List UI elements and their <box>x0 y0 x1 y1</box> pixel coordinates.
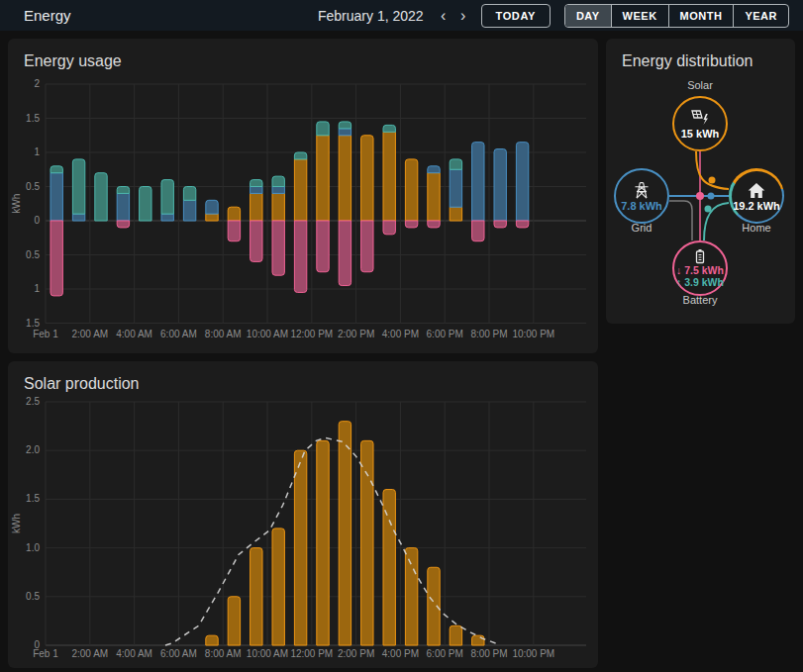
bar-segment <box>428 221 440 228</box>
bar-segment <box>206 200 218 214</box>
header-controls: February 1, 2022 ‹ › TODAY DAY WEEK MONT… <box>318 4 793 28</box>
bar-segment <box>294 159 306 221</box>
battery-in-value: 7.5 kWh <box>684 264 724 276</box>
svg-text:2:00 PM: 2:00 PM <box>338 329 374 339</box>
bar-segment <box>50 173 62 221</box>
flow-line-grid-battery <box>669 201 692 240</box>
bar-segment <box>161 214 173 221</box>
bar-segment <box>383 125 395 132</box>
bar-segment <box>472 143 484 221</box>
bar-segment <box>383 490 395 645</box>
next-date-button[interactable]: › <box>453 5 473 27</box>
svg-text:12:00 PM: 12:00 PM <box>290 648 333 659</box>
today-button[interactable]: TODAY <box>481 4 551 28</box>
energy-distribution-diagram: Solar 15 kWh Grid 7.8 kWh Home <box>606 39 795 324</box>
bar-segment <box>161 180 173 215</box>
bar-segment <box>117 221 129 228</box>
svg-text:kWh: kWh <box>11 194 22 214</box>
prev-date-button[interactable]: ‹ <box>434 5 453 27</box>
range-tab-month[interactable]: MONTH <box>668 5 734 27</box>
svg-text:4:00 AM: 4:00 AM <box>116 329 152 339</box>
home-node-inner: 19.2 kWh <box>732 171 782 222</box>
range-tab-week[interactable]: WEEK <box>611 5 668 27</box>
svg-text:0.5: 0.5 <box>26 181 40 192</box>
bar-segment <box>117 187 129 194</box>
bar-segment <box>228 221 240 241</box>
svg-text:Feb 1: Feb 1 <box>33 648 58 659</box>
range-tab-day[interactable]: DAY <box>565 5 611 27</box>
grid-node[interactable]: 7.8 kWh <box>614 168 669 224</box>
bar-segment <box>294 221 306 292</box>
bar-segment <box>228 207 240 221</box>
bar-segment <box>206 635 218 645</box>
svg-text:10:00 AM: 10:00 AM <box>247 329 288 339</box>
solar-production-title: Solar production <box>8 361 598 393</box>
flow-dot-solar <box>709 177 716 184</box>
svg-text:8:00 PM: 8:00 PM <box>470 329 507 339</box>
bar-segment <box>251 193 262 221</box>
bar-segment <box>339 136 351 221</box>
svg-text:8:00 AM: 8:00 AM <box>205 648 242 659</box>
battery-in-row: ↓ 7.5 kWh <box>676 264 724 276</box>
battery-out-row: ↑ 3.9 kWh <box>676 276 724 288</box>
bar-segment <box>472 221 484 241</box>
bar-segment <box>405 159 417 221</box>
battery-node[interactable]: ↓ 7.5 kWh ↑ 3.9 kWh <box>672 240 728 296</box>
battery-out-value: 3.9 kWh <box>684 276 724 288</box>
svg-text:10:00 AM: 10:00 AM <box>247 648 288 659</box>
svg-text:0.5: 0.5 <box>26 591 40 602</box>
bar-segment <box>383 132 395 221</box>
bar-segment <box>405 548 417 645</box>
bar-segment <box>294 450 306 645</box>
range-tab-year[interactable]: YEAR <box>733 5 788 27</box>
energy-usage-card: Energy usage 21.510.500.511.5Feb 12:00 A… <box>8 39 598 353</box>
solar-node[interactable]: 15 kWh <box>672 96 728 151</box>
svg-text:8:00 AM: 8:00 AM <box>205 329 242 339</box>
solar-node-value: 15 kWh <box>681 128 720 140</box>
solar-production-card: Solar production 2.52.01.51.00.50Feb 12:… <box>8 361 598 668</box>
bar-segment <box>272 221 284 275</box>
svg-text:4:00 PM: 4:00 PM <box>382 648 419 659</box>
battery-in-arrow: ↓ <box>676 264 681 276</box>
battery-out-arrow: ↑ <box>676 276 681 288</box>
svg-text:0: 0 <box>34 215 40 226</box>
bar-segment <box>272 187 284 194</box>
bar-segment <box>405 221 417 228</box>
home-node[interactable]: 19.2 kWh <box>729 168 784 224</box>
solar-panel-icon <box>689 109 711 127</box>
svg-text:1.0: 1.0 <box>26 542 40 553</box>
flow-dot-center <box>696 192 704 200</box>
energy-usage-title: Energy usage <box>8 39 598 70</box>
energy-usage-chart: 21.510.500.511.5Feb 12:00 AM4:00 AM6:00 … <box>8 68 598 353</box>
flow-dot-battery <box>705 206 712 213</box>
solar-forecast-line <box>165 437 496 645</box>
bar-segment <box>294 152 306 159</box>
bar-segment <box>272 528 284 645</box>
bar-segment <box>361 221 373 272</box>
bar-segment <box>383 221 395 235</box>
solar-node-label: Solar <box>660 79 740 91</box>
battery-icon <box>694 248 706 264</box>
bar-segment <box>72 214 84 221</box>
bar-segment <box>50 221 62 296</box>
svg-text:1: 1 <box>34 146 40 157</box>
svg-text:1.5: 1.5 <box>26 318 40 329</box>
bar-segment <box>272 193 284 221</box>
bar-segment <box>339 129 351 136</box>
svg-text:8:00 PM: 8:00 PM <box>470 648 507 659</box>
svg-text:2.5: 2.5 <box>26 396 40 407</box>
svg-text:6:00 AM: 6:00 AM <box>160 329 197 339</box>
bar-segment <box>317 122 329 136</box>
svg-text:1: 1 <box>34 283 40 294</box>
energy-distribution-card: Energy distribution Solar 15 kWh Grid <box>606 39 795 324</box>
svg-text:1.5: 1.5 <box>26 113 40 124</box>
svg-text:4:00 AM: 4:00 AM <box>116 648 152 659</box>
bar-segment <box>317 136 329 221</box>
bar-segment <box>183 200 195 221</box>
svg-text:6:00 PM: 6:00 PM <box>427 648 463 659</box>
svg-text:6:00 AM: 6:00 AM <box>160 648 197 659</box>
bar-segment <box>450 169 461 207</box>
bar-segment <box>450 625 461 645</box>
svg-text:1.5: 1.5 <box>26 493 40 504</box>
bar-segment <box>117 193 129 221</box>
